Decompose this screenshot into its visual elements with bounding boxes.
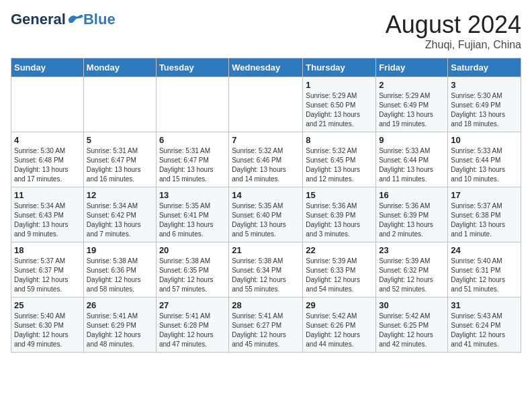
day-number-27: 27 [159,300,226,310]
day-number-2: 2 [379,80,445,90]
day-cell-9: 9Sunrise: 5:33 AM Sunset: 6:44 PM Daylig… [376,132,448,187]
weekday-header-tuesday: Tuesday [156,58,228,77]
weekday-header-friday: Friday [376,58,448,77]
month-title: August 2024 [386,11,521,39]
day-info-14: Sunrise: 5:35 AM Sunset: 6:40 PM Dayligh… [232,201,300,239]
day-info-13: Sunrise: 5:35 AM Sunset: 6:41 PM Dayligh… [159,201,226,239]
day-cell-11: 11Sunrise: 5:34 AM Sunset: 6:43 PM Dayli… [11,187,84,242]
day-info-27: Sunrise: 5:41 AM Sunset: 6:28 PM Dayligh… [159,312,226,349]
day-number-1: 1 [306,80,373,90]
day-number-26: 26 [87,300,153,310]
day-cell-20: 20Sunrise: 5:38 AM Sunset: 6:35 PM Dayli… [156,242,228,298]
day-number-5: 5 [87,135,153,145]
day-number-31: 31 [451,300,518,310]
day-info-21: Sunrise: 5:38 AM Sunset: 6:34 PM Dayligh… [232,257,300,294]
week-row-1: 1Sunrise: 5:29 AM Sunset: 6:50 PM Daylig… [11,77,521,132]
logo-blue: Blue [83,11,116,28]
weekday-header-row: SundayMondayTuesdayWednesdayThursdayFrid… [11,58,521,77]
day-number-6: 6 [159,135,226,145]
day-cell-27: 27Sunrise: 5:41 AM Sunset: 6:28 PM Dayli… [156,298,228,353]
day-cell-13: 13Sunrise: 5:35 AM Sunset: 6:41 PM Dayli… [156,187,228,242]
day-info-25: Sunrise: 5:40 AM Sunset: 6:30 PM Dayligh… [14,312,81,349]
day-cell-19: 19Sunrise: 5:38 AM Sunset: 6:36 PM Dayli… [83,242,156,298]
day-cell-28: 28Sunrise: 5:41 AM Sunset: 6:27 PM Dayli… [229,298,303,353]
day-cell-21: 21Sunrise: 5:38 AM Sunset: 6:34 PM Dayli… [229,242,303,298]
day-info-22: Sunrise: 5:39 AM Sunset: 6:33 PM Dayligh… [306,257,373,294]
day-number-11: 11 [14,190,81,200]
day-info-29: Sunrise: 5:42 AM Sunset: 6:26 PM Dayligh… [306,312,373,349]
day-cell-3: 3Sunrise: 5:30 AM Sunset: 6:49 PM Daylig… [448,77,521,132]
day-cell-26: 26Sunrise: 5:41 AM Sunset: 6:29 PM Dayli… [83,298,156,353]
day-info-12: Sunrise: 5:34 AM Sunset: 6:42 PM Dayligh… [87,201,153,239]
day-cell-7: 7Sunrise: 5:32 AM Sunset: 6:46 PM Daylig… [229,132,303,187]
day-number-24: 24 [451,245,518,255]
weekday-header-wednesday: Wednesday [229,58,303,77]
day-cell-4: 4Sunrise: 5:30 AM Sunset: 6:48 PM Daylig… [11,132,84,187]
weekday-header-sunday: Sunday [11,58,84,77]
day-info-9: Sunrise: 5:33 AM Sunset: 6:44 PM Dayligh… [379,146,445,184]
calendar-header: General Blue August 2024 Zhuqi, Fujian, … [11,11,521,51]
day-info-26: Sunrise: 5:41 AM Sunset: 6:29 PM Dayligh… [87,312,153,349]
day-cell-12: 12Sunrise: 5:34 AM Sunset: 6:42 PM Dayli… [83,187,156,242]
day-cell-17: 17Sunrise: 5:37 AM Sunset: 6:38 PM Dayli… [448,187,521,242]
day-info-15: Sunrise: 5:36 AM Sunset: 6:39 PM Dayligh… [306,201,373,239]
day-number-19: 19 [87,245,153,255]
day-info-17: Sunrise: 5:37 AM Sunset: 6:38 PM Dayligh… [451,201,518,239]
day-number-10: 10 [451,135,518,145]
day-number-14: 14 [232,190,300,200]
day-cell-14: 14Sunrise: 5:35 AM Sunset: 6:40 PM Dayli… [229,187,303,242]
day-info-2: Sunrise: 5:29 AM Sunset: 6:49 PM Dayligh… [379,91,445,129]
day-cell-22: 22Sunrise: 5:39 AM Sunset: 6:33 PM Dayli… [303,242,376,298]
day-cell-23: 23Sunrise: 5:39 AM Sunset: 6:32 PM Dayli… [376,242,448,298]
logo: General Blue [11,11,116,28]
day-cell-1: 1Sunrise: 5:29 AM Sunset: 6:50 PM Daylig… [303,77,376,132]
week-row-5: 25Sunrise: 5:40 AM Sunset: 6:30 PM Dayli… [11,298,521,353]
day-info-11: Sunrise: 5:34 AM Sunset: 6:43 PM Dayligh… [14,201,81,239]
day-info-24: Sunrise: 5:40 AM Sunset: 6:31 PM Dayligh… [451,257,518,294]
day-info-10: Sunrise: 5:33 AM Sunset: 6:44 PM Dayligh… [451,146,518,184]
day-cell-5: 5Sunrise: 5:31 AM Sunset: 6:47 PM Daylig… [83,132,156,187]
day-cell-16: 16Sunrise: 5:36 AM Sunset: 6:39 PM Dayli… [376,187,448,242]
empty-cell [229,77,303,132]
title-block: August 2024 Zhuqi, Fujian, China [386,11,521,51]
week-row-3: 11Sunrise: 5:34 AM Sunset: 6:43 PM Dayli… [11,187,521,242]
day-cell-30: 30Sunrise: 5:42 AM Sunset: 6:25 PM Dayli… [376,298,448,353]
day-cell-24: 24Sunrise: 5:40 AM Sunset: 6:31 PM Dayli… [448,242,521,298]
day-info-3: Sunrise: 5:30 AM Sunset: 6:49 PM Dayligh… [451,91,518,129]
day-info-30: Sunrise: 5:42 AM Sunset: 6:25 PM Dayligh… [379,312,445,349]
day-info-4: Sunrise: 5:30 AM Sunset: 6:48 PM Dayligh… [14,146,81,184]
day-cell-2: 2Sunrise: 5:29 AM Sunset: 6:49 PM Daylig… [376,77,448,132]
day-number-9: 9 [379,135,445,145]
empty-cell [83,77,156,132]
day-number-16: 16 [379,190,445,200]
weekday-header-saturday: Saturday [448,58,521,77]
day-info-19: Sunrise: 5:38 AM Sunset: 6:36 PM Dayligh… [87,257,153,294]
logo-bird-icon [67,13,83,26]
empty-cell [11,77,84,132]
day-cell-29: 29Sunrise: 5:42 AM Sunset: 6:26 PM Dayli… [303,298,376,353]
week-row-4: 18Sunrise: 5:37 AM Sunset: 6:37 PM Dayli… [11,242,521,298]
day-info-23: Sunrise: 5:39 AM Sunset: 6:32 PM Dayligh… [379,257,445,294]
weekday-header-monday: Monday [83,58,156,77]
day-info-6: Sunrise: 5:31 AM Sunset: 6:47 PM Dayligh… [159,146,226,184]
day-number-17: 17 [451,190,518,200]
day-number-21: 21 [232,245,300,255]
day-cell-25: 25Sunrise: 5:40 AM Sunset: 6:30 PM Dayli… [11,298,84,353]
day-number-18: 18 [14,245,81,255]
week-row-2: 4Sunrise: 5:30 AM Sunset: 6:48 PM Daylig… [11,132,521,187]
day-cell-31: 31Sunrise: 5:43 AM Sunset: 6:24 PM Dayli… [448,298,521,353]
day-cell-8: 8Sunrise: 5:32 AM Sunset: 6:45 PM Daylig… [303,132,376,187]
day-number-25: 25 [14,300,81,310]
day-info-16: Sunrise: 5:36 AM Sunset: 6:39 PM Dayligh… [379,201,445,239]
day-cell-18: 18Sunrise: 5:37 AM Sunset: 6:37 PM Dayli… [11,242,84,298]
day-cell-15: 15Sunrise: 5:36 AM Sunset: 6:39 PM Dayli… [303,187,376,242]
day-cell-6: 6Sunrise: 5:31 AM Sunset: 6:47 PM Daylig… [156,132,228,187]
day-info-7: Sunrise: 5:32 AM Sunset: 6:46 PM Dayligh… [232,146,300,184]
day-number-12: 12 [87,190,153,200]
day-info-31: Sunrise: 5:43 AM Sunset: 6:24 PM Dayligh… [451,312,518,349]
weekday-header-thursday: Thursday [303,58,376,77]
day-number-22: 22 [306,245,373,255]
day-number-3: 3 [451,80,518,90]
day-number-7: 7 [232,135,300,145]
day-number-8: 8 [306,135,373,145]
